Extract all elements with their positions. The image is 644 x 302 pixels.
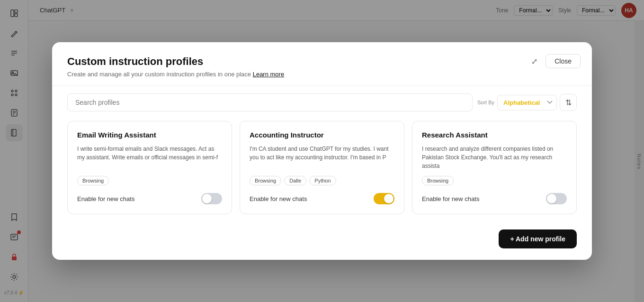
modal-header: Custom instruction profiles Create and m… <box>52 42 592 86</box>
toggle-knob-email <box>202 194 212 203</box>
expand-button[interactable]: ⤢ <box>527 54 542 69</box>
profile-name-research: Research Assistant <box>422 131 567 139</box>
close-button[interactable]: Close <box>546 54 581 68</box>
profile-desc-email: I write semi-formal emails and Slack mes… <box>77 145 222 170</box>
add-profile-button[interactable]: + Add new profile <box>499 229 577 248</box>
tag-python: Python <box>309 176 336 185</box>
profile-tags-research: Browsing <box>422 176 567 185</box>
tag-browsing: Browsing <box>77 176 109 185</box>
enable-label-research: Enable for new chats <box>422 195 479 202</box>
learn-more-link[interactable]: Learn more <box>253 71 284 78</box>
enable-label-accounting: Enable for new chats <box>250 195 307 202</box>
tag-browsing-2: Browsing <box>250 176 281 185</box>
profile-desc-accounting: I'm CA student and use ChatGPT for my st… <box>250 145 394 170</box>
profile-footer-research: Enable for new chats <box>422 193 567 204</box>
modal-body: Sort By Alphabetical Date Created Last M… <box>52 86 592 222</box>
modal-subtitle: Create and manage all your custom instru… <box>67 71 577 78</box>
sort-container: Sort By Alphabetical Date Created Last M… <box>477 94 577 111</box>
tag-dalle: Dalle <box>284 176 306 185</box>
profile-name-email: Email Writing Assistant <box>77 131 222 139</box>
profiles-grid: Email Writing Assistant I write semi-for… <box>67 121 577 214</box>
profile-card-research: Research Assistant I research and analyz… <box>412 121 577 214</box>
sort-select[interactable]: Alphabetical Date Created Last Modified <box>497 95 557 110</box>
expand-icon: ⤢ <box>531 57 537 66</box>
modal-overlay: Custom instruction profiles Create and m… <box>0 0 644 302</box>
tag-browsing-3: Browsing <box>422 176 454 185</box>
toggle-knob-research <box>547 194 556 203</box>
toggle-email[interactable] <box>201 193 222 204</box>
modal-title: Custom instruction profiles <box>67 55 577 68</box>
profile-footer-email: Enable for new chats <box>77 193 222 204</box>
sort-icon: ⇅ <box>565 98 572 107</box>
sort-label: Sort By <box>477 100 494 105</box>
profile-card-accounting: Accounting Instructor I'm CA student and… <box>240 121 404 214</box>
toggle-research[interactable] <box>546 193 567 204</box>
modal-actions: ⤢ Close <box>527 54 581 69</box>
modal: Custom instruction profiles Create and m… <box>52 42 592 260</box>
profile-tags-email: Browsing <box>77 176 222 185</box>
modal-footer: + Add new profile <box>52 222 592 260</box>
profile-card-email: Email Writing Assistant I write semi-for… <box>67 121 232 214</box>
profile-name-accounting: Accounting Instructor <box>250 131 394 139</box>
search-input[interactable] <box>67 93 473 111</box>
profile-tags-accounting: Browsing Dalle Python <box>250 176 394 185</box>
search-row: Sort By Alphabetical Date Created Last M… <box>67 93 577 111</box>
profile-footer-accounting: Enable for new chats <box>250 193 394 204</box>
profile-desc-research: I research and analyze different compani… <box>422 145 567 170</box>
toggle-accounting[interactable] <box>374 193 394 204</box>
sort-icon-button[interactable]: ⇅ <box>560 94 577 111</box>
toggle-knob-accounting <box>384 194 394 203</box>
enable-label-email: Enable for new chats <box>77 195 134 202</box>
